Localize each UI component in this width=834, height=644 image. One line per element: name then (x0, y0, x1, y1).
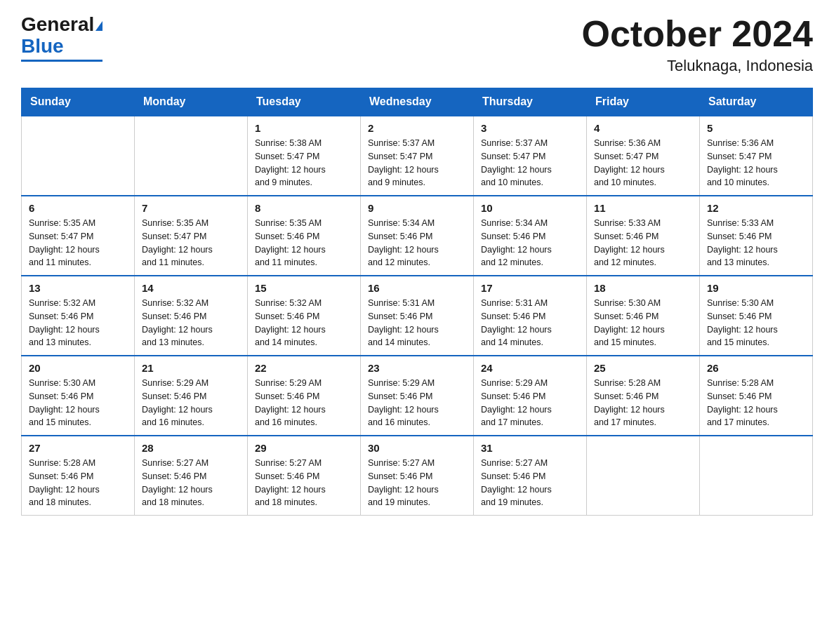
day-info: Sunrise: 5:34 AM Sunset: 5:46 PM Dayligh… (368, 217, 466, 269)
logo-blue: Blue (21, 35, 64, 57)
day-number: 1 (255, 122, 353, 134)
day-info: Sunrise: 5:31 AM Sunset: 5:46 PM Dayligh… (481, 297, 579, 349)
calendar-cell: 14Sunrise: 5:32 AM Sunset: 5:46 PM Dayli… (135, 276, 248, 356)
day-info: Sunrise: 5:37 AM Sunset: 5:47 PM Dayligh… (481, 137, 579, 189)
page-header: General Blue October 2024 Teluknaga, Ind… (21, 14, 813, 75)
day-info: Sunrise: 5:29 AM Sunset: 5:46 PM Dayligh… (255, 377, 353, 429)
day-number: 29 (255, 442, 353, 454)
day-number: 12 (707, 202, 805, 214)
logo-line (21, 60, 102, 62)
calendar-cell: 20Sunrise: 5:30 AM Sunset: 5:46 PM Dayli… (22, 356, 135, 436)
calendar-cell: 11Sunrise: 5:33 AM Sunset: 5:46 PM Dayli… (587, 196, 700, 276)
day-number: 27 (29, 442, 127, 454)
day-info: Sunrise: 5:31 AM Sunset: 5:46 PM Dayligh… (368, 297, 466, 349)
calendar-cell: 31Sunrise: 5:27 AM Sunset: 5:46 PM Dayli… (474, 436, 587, 516)
day-info: Sunrise: 5:27 AM Sunset: 5:46 PM Dayligh… (368, 457, 466, 509)
day-number: 13 (29, 282, 127, 294)
calendar-cell: 27Sunrise: 5:28 AM Sunset: 5:46 PM Dayli… (22, 436, 135, 516)
logo-text: General Blue (21, 14, 102, 58)
header-saturday: Saturday (700, 88, 813, 116)
day-info: Sunrise: 5:27 AM Sunset: 5:46 PM Dayligh… (255, 457, 353, 509)
calendar-cell: 24Sunrise: 5:29 AM Sunset: 5:46 PM Dayli… (474, 356, 587, 436)
day-info: Sunrise: 5:32 AM Sunset: 5:46 PM Dayligh… (29, 297, 127, 349)
calendar-cell: 29Sunrise: 5:27 AM Sunset: 5:46 PM Dayli… (248, 436, 361, 516)
calendar-cell: 10Sunrise: 5:34 AM Sunset: 5:46 PM Dayli… (474, 196, 587, 276)
day-info: Sunrise: 5:29 AM Sunset: 5:46 PM Dayligh… (142, 377, 240, 429)
day-number: 28 (142, 442, 240, 454)
logo: General Blue (21, 14, 102, 62)
day-number: 5 (707, 122, 805, 134)
day-info: Sunrise: 5:35 AM Sunset: 5:47 PM Dayligh… (142, 217, 240, 269)
day-number: 6 (29, 202, 127, 214)
day-info: Sunrise: 5:27 AM Sunset: 5:46 PM Dayligh… (481, 457, 579, 509)
header-monday: Monday (135, 88, 248, 116)
day-number: 23 (368, 362, 466, 374)
day-info: Sunrise: 5:30 AM Sunset: 5:46 PM Dayligh… (29, 377, 127, 429)
week-row-5: 27Sunrise: 5:28 AM Sunset: 5:46 PM Dayli… (22, 436, 813, 516)
day-info: Sunrise: 5:29 AM Sunset: 5:46 PM Dayligh… (481, 377, 579, 429)
day-number: 14 (142, 282, 240, 294)
day-number: 25 (594, 362, 692, 374)
day-number: 3 (481, 122, 579, 134)
day-number: 15 (255, 282, 353, 294)
week-row-4: 20Sunrise: 5:30 AM Sunset: 5:46 PM Dayli… (22, 356, 813, 436)
day-info: Sunrise: 5:30 AM Sunset: 5:46 PM Dayligh… (594, 297, 692, 349)
day-info: Sunrise: 5:29 AM Sunset: 5:46 PM Dayligh… (368, 377, 466, 429)
calendar-cell: 25Sunrise: 5:28 AM Sunset: 5:46 PM Dayli… (587, 356, 700, 436)
calendar-cell: 5Sunrise: 5:36 AM Sunset: 5:47 PM Daylig… (700, 116, 813, 196)
day-info: Sunrise: 5:33 AM Sunset: 5:46 PM Dayligh… (594, 217, 692, 269)
day-info: Sunrise: 5:37 AM Sunset: 5:47 PM Dayligh… (368, 137, 466, 189)
day-info: Sunrise: 5:28 AM Sunset: 5:46 PM Dayligh… (594, 377, 692, 429)
calendar-cell (22, 116, 135, 196)
calendar-cell: 9Sunrise: 5:34 AM Sunset: 5:46 PM Daylig… (361, 196, 474, 276)
day-info: Sunrise: 5:34 AM Sunset: 5:46 PM Dayligh… (481, 217, 579, 269)
day-info: Sunrise: 5:33 AM Sunset: 5:46 PM Dayligh… (707, 217, 805, 269)
week-row-2: 6Sunrise: 5:35 AM Sunset: 5:47 PM Daylig… (22, 196, 813, 276)
calendar-cell: 19Sunrise: 5:30 AM Sunset: 5:46 PM Dayli… (700, 276, 813, 356)
day-number: 20 (29, 362, 127, 374)
subtitle: Teluknaga, Indonesia (582, 57, 814, 75)
header-sunday: Sunday (22, 88, 135, 116)
day-info: Sunrise: 5:32 AM Sunset: 5:46 PM Dayligh… (142, 297, 240, 349)
day-number: 2 (368, 122, 466, 134)
calendar-cell (135, 116, 248, 196)
calendar-table: SundayMondayTuesdayWednesdayThursdayFrid… (21, 88, 813, 516)
header-tuesday: Tuesday (248, 88, 361, 116)
day-number: 21 (142, 362, 240, 374)
day-info: Sunrise: 5:30 AM Sunset: 5:46 PM Dayligh… (707, 297, 805, 349)
calendar-cell: 18Sunrise: 5:30 AM Sunset: 5:46 PM Dayli… (587, 276, 700, 356)
calendar-cell: 13Sunrise: 5:32 AM Sunset: 5:46 PM Dayli… (22, 276, 135, 356)
week-row-3: 13Sunrise: 5:32 AM Sunset: 5:46 PM Dayli… (22, 276, 813, 356)
day-number: 22 (255, 362, 353, 374)
day-info: Sunrise: 5:27 AM Sunset: 5:46 PM Dayligh… (142, 457, 240, 509)
calendar-cell (587, 436, 700, 516)
day-number: 24 (481, 362, 579, 374)
calendar-cell: 4Sunrise: 5:36 AM Sunset: 5:47 PM Daylig… (587, 116, 700, 196)
day-info: Sunrise: 5:32 AM Sunset: 5:46 PM Dayligh… (255, 297, 353, 349)
header-wednesday: Wednesday (361, 88, 474, 116)
day-info: Sunrise: 5:36 AM Sunset: 5:47 PM Dayligh… (594, 137, 692, 189)
calendar-cell: 30Sunrise: 5:27 AM Sunset: 5:46 PM Dayli… (361, 436, 474, 516)
calendar-cell: 22Sunrise: 5:29 AM Sunset: 5:46 PM Dayli… (248, 356, 361, 436)
calendar-cell: 16Sunrise: 5:31 AM Sunset: 5:46 PM Dayli… (361, 276, 474, 356)
calendar-cell: 8Sunrise: 5:35 AM Sunset: 5:46 PM Daylig… (248, 196, 361, 276)
day-number: 18 (594, 282, 692, 294)
header-thursday: Thursday (474, 88, 587, 116)
calendar-header-row: SundayMondayTuesdayWednesdayThursdayFrid… (22, 88, 813, 116)
day-number: 16 (368, 282, 466, 294)
day-info: Sunrise: 5:35 AM Sunset: 5:46 PM Dayligh… (255, 217, 353, 269)
day-number: 26 (707, 362, 805, 374)
calendar-cell: 28Sunrise: 5:27 AM Sunset: 5:46 PM Dayli… (135, 436, 248, 516)
calendar-cell (700, 436, 813, 516)
day-info: Sunrise: 5:28 AM Sunset: 5:46 PM Dayligh… (29, 457, 127, 509)
calendar-cell: 15Sunrise: 5:32 AM Sunset: 5:46 PM Dayli… (248, 276, 361, 356)
day-info: Sunrise: 5:35 AM Sunset: 5:47 PM Dayligh… (29, 217, 127, 269)
day-number: 4 (594, 122, 692, 134)
calendar-cell: 12Sunrise: 5:33 AM Sunset: 5:46 PM Dayli… (700, 196, 813, 276)
logo-triangle-icon (95, 21, 102, 31)
day-info: Sunrise: 5:28 AM Sunset: 5:46 PM Dayligh… (707, 377, 805, 429)
logo-general: General (21, 13, 94, 35)
day-number: 10 (481, 202, 579, 214)
calendar-cell: 21Sunrise: 5:29 AM Sunset: 5:46 PM Dayli… (135, 356, 248, 436)
day-number: 19 (707, 282, 805, 294)
